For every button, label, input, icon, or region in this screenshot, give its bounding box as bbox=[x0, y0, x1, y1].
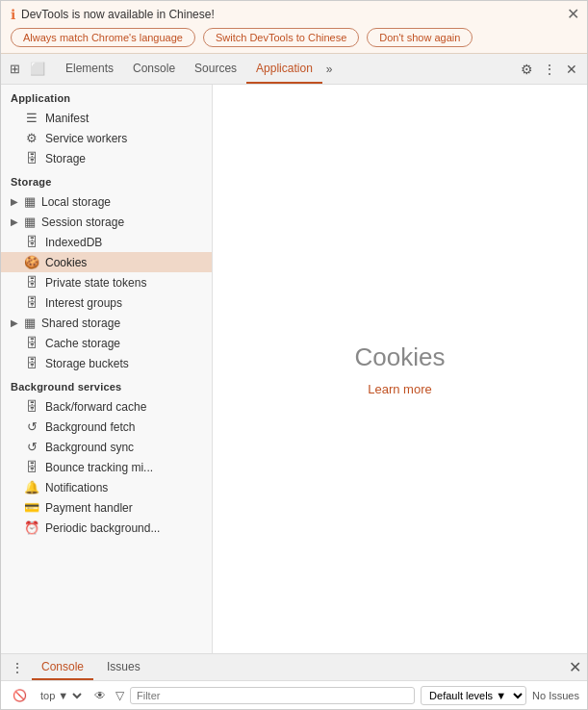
notification-text: DevTools is now available in Chinese! bbox=[21, 8, 215, 21]
settings-btn[interactable]: ⚙ bbox=[517, 60, 537, 79]
service-workers-icon: ⚙ bbox=[24, 131, 39, 145]
console-bar: 🚫 top ▼ 👁 ▽ Default levels ▼ No Issues bbox=[1, 680, 587, 709]
sidebar-item-payment-handler[interactable]: 💳 Payment handler bbox=[1, 497, 212, 518]
sidebar-item-session-storage[interactable]: ▶ ▦ Session storage bbox=[1, 212, 212, 232]
background-fetch-icon: ↺ bbox=[24, 419, 39, 434]
close-devtools-btn[interactable]: ✕ bbox=[562, 60, 581, 79]
tab-sources[interactable]: Sources bbox=[185, 54, 246, 84]
sidebar-item-service-workers[interactable]: ⚙ Service workers bbox=[1, 128, 212, 148]
notification-buttons: Always match Chrome's language Switch De… bbox=[11, 28, 577, 47]
clear-console-btn[interactable]: 🚫 bbox=[9, 687, 31, 704]
bottom-more-btn[interactable]: ⋮ bbox=[7, 658, 28, 677]
sidebar: Application ☰ Manifest ⚙ Service workers… bbox=[1, 85, 213, 653]
tab-console[interactable]: Console bbox=[123, 54, 185, 84]
sidebar-item-periodic-background[interactable]: ⏰ Periodic background... bbox=[1, 518, 212, 538]
storage-section-header: Storage bbox=[1, 168, 212, 191]
notifications-icon: 🔔 bbox=[24, 480, 39, 494]
device-toolbar-btn[interactable]: ⬜ bbox=[27, 60, 48, 78]
sidebar-item-cookies[interactable]: 🍪 Cookies bbox=[1, 252, 212, 272]
sidebar-item-bounce-tracking[interactable]: 🗄 Bounce tracking mi... bbox=[1, 457, 212, 477]
sidebar-item-background-sync[interactable]: ↺ Background sync bbox=[1, 437, 212, 457]
main-panel: Cookies Learn more bbox=[213, 85, 587, 653]
panel-title: Cookies bbox=[355, 342, 446, 372]
sidebar-item-back-forward-cache[interactable]: 🗄 Back/forward cache bbox=[1, 396, 212, 417]
manifest-icon: ☰ bbox=[24, 111, 39, 125]
filter-input[interactable] bbox=[130, 687, 415, 704]
periodic-background-icon: ⏰ bbox=[24, 520, 39, 535]
sidebar-item-private-state-tokens[interactable]: 🗄 Private state tokens bbox=[1, 272, 212, 292]
background-sync-icon: ↺ bbox=[24, 440, 39, 454]
storage-buckets-icon: 🗄 bbox=[24, 356, 39, 370]
cookies-icon: 🍪 bbox=[24, 255, 39, 269]
shared-storage-icon: ▦ bbox=[22, 316, 38, 330]
tabs-bar: ⊞ ⬜ Elements Console Sources Application… bbox=[1, 54, 587, 85]
interest-groups-icon: 🗄 bbox=[24, 295, 39, 310]
log-level-selector[interactable]: Default levels ▼ bbox=[421, 686, 526, 705]
inspect-element-btn[interactable]: ⊞ bbox=[7, 60, 23, 78]
sidebar-item-shared-storage[interactable]: ▶ ▦ Shared storage bbox=[1, 313, 212, 333]
bounce-tracking-icon: 🗄 bbox=[24, 460, 39, 474]
session-storage-arrow: ▶ bbox=[11, 216, 18, 227]
info-icon: ℹ bbox=[11, 7, 15, 22]
bottom-tab-console[interactable]: Console bbox=[32, 654, 93, 680]
always-match-btn[interactable]: Always match Chrome's language bbox=[11, 28, 195, 47]
main-area: Application ☰ Manifest ⚙ Service workers… bbox=[1, 85, 587, 653]
sidebar-item-local-storage[interactable]: ▶ ▦ Local storage bbox=[1, 191, 212, 212]
sidebar-item-indexeddb[interactable]: 🗄 IndexedDB bbox=[1, 232, 212, 252]
close-notification-btn[interactable]: ✕ bbox=[567, 7, 579, 22]
bg-services-header: Background services bbox=[1, 373, 212, 396]
tab-elements[interactable]: Elements bbox=[56, 54, 123, 84]
private-state-tokens-icon: 🗄 bbox=[24, 275, 39, 290]
bottom-bar: ⋮ Console Issues ✕ bbox=[1, 653, 587, 680]
back-forward-cache-icon: 🗄 bbox=[24, 399, 39, 414]
tabs-overflow-btn[interactable]: » bbox=[322, 63, 337, 76]
sidebar-item-cache-storage[interactable]: 🗄 Cache storage bbox=[1, 333, 212, 353]
dont-show-again-btn[interactable]: Don't show again bbox=[367, 28, 473, 47]
more-options-btn[interactable]: ⋮ bbox=[539, 60, 560, 79]
sidebar-item-storage-buckets[interactable]: 🗄 Storage buckets bbox=[1, 353, 212, 373]
storage-icon: 🗄 bbox=[24, 151, 39, 165]
notification-title: ℹ DevTools is now available in Chinese! bbox=[11, 7, 577, 22]
local-storage-arrow: ▶ bbox=[11, 196, 18, 207]
close-bottom-panel-btn[interactable]: ✕ bbox=[569, 658, 581, 676]
switch-devtools-btn[interactable]: Switch DevTools to Chinese bbox=[203, 28, 359, 47]
no-issues-badge: No Issues bbox=[532, 690, 579, 701]
notification-bar: ℹ DevTools is now available in Chinese! … bbox=[1, 1, 587, 54]
payment-handler-icon: 💳 bbox=[24, 500, 39, 515]
sidebar-item-background-fetch[interactable]: ↺ Background fetch bbox=[1, 417, 212, 437]
context-selector[interactable]: top ▼ bbox=[37, 689, 85, 702]
sidebar-item-notifications[interactable]: 🔔 Notifications bbox=[1, 477, 212, 497]
devtools-icons: ⊞ ⬜ bbox=[7, 60, 48, 78]
sidebar-item-manifest[interactable]: ☰ Manifest bbox=[1, 108, 212, 128]
tab-application[interactable]: Application bbox=[246, 54, 322, 84]
filter-icon: ▽ bbox=[115, 689, 124, 702]
cache-storage-icon: 🗄 bbox=[24, 336, 39, 350]
sidebar-item-interest-groups[interactable]: 🗄 Interest groups bbox=[1, 292, 212, 313]
session-storage-icon: ▦ bbox=[22, 215, 38, 229]
application-section-header: Application bbox=[1, 85, 212, 108]
bottom-tab-issues[interactable]: Issues bbox=[97, 654, 150, 680]
local-storage-icon: ▦ bbox=[22, 194, 38, 209]
tabs-actions: ⚙ ⋮ ✕ bbox=[517, 60, 581, 79]
indexeddb-icon: 🗄 bbox=[24, 235, 39, 249]
learn-more-link[interactable]: Learn more bbox=[368, 382, 431, 396]
eye-btn[interactable]: 👁 bbox=[90, 687, 110, 704]
sidebar-item-storage[interactable]: 🗄 Storage bbox=[1, 148, 212, 168]
shared-storage-arrow: ▶ bbox=[11, 317, 18, 328]
